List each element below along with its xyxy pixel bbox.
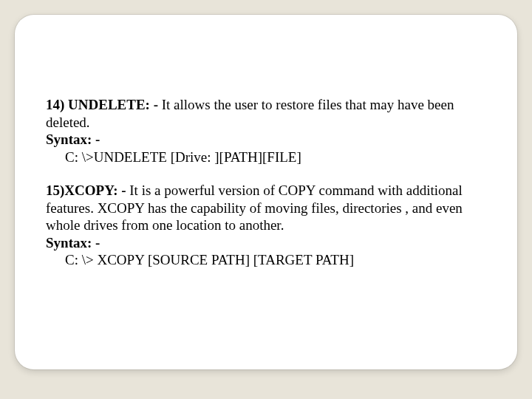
- entry-number: 14): [46, 97, 68, 112]
- slide-background: 14) UNDELETE: - It allows the user to re…: [0, 0, 532, 399]
- syntax-label: Syntax: -: [46, 132, 100, 147]
- entry-title: UNDELETE: -: [68, 97, 158, 112]
- entry-number: 15): [46, 183, 64, 198]
- syntax-line: C: \>UNDELETE [Drive: ][PATH][FILE]: [46, 149, 486, 166]
- slide-text-content: 14) UNDELETE: - It allows the user to re…: [46, 96, 486, 285]
- command-entry: 14) UNDELETE: - It allows the user to re…: [46, 96, 486, 166]
- syntax-label: Syntax: -: [46, 235, 100, 250]
- content-panel: 14) UNDELETE: - It allows the user to re…: [15, 15, 517, 369]
- command-entry: 15)XCOPY: - It is a powerful version of …: [46, 182, 486, 269]
- entry-title: XCOPY: -: [64, 183, 126, 198]
- syntax-line: C: \> XCOPY [SOURCE PATH] [TARGET PATH]: [46, 251, 486, 269]
